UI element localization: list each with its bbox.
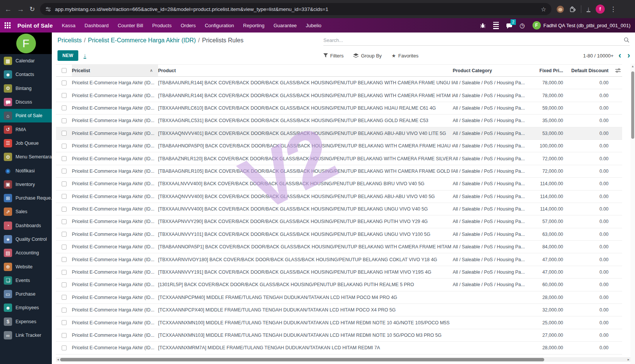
queue-list-icon[interactable] xyxy=(493,22,499,29)
table-row[interactable]: Pricelist E-Commerce Harga Akhir (ID...[… xyxy=(56,266,622,279)
sidebar-item-purchase-requisition[interactable]: ⊞Purchase Reque... xyxy=(0,191,52,205)
row-checkbox[interactable] xyxy=(56,295,72,300)
scroll-right-icon[interactable]: ▸ xyxy=(626,358,630,361)
extension-monkey-icon[interactable] xyxy=(557,6,564,13)
search-input[interactable] xyxy=(323,37,624,43)
table-row[interactable]: Pricelist E-Commerce Harga Akhir (ID...[… xyxy=(56,253,622,266)
appbar-menu-jubelio[interactable]: Jubelio xyxy=(306,23,321,28)
search-bar[interactable] xyxy=(323,37,630,46)
column-header-product[interactable]: Product xyxy=(158,68,453,73)
browser-forward-icon[interactable]: → xyxy=(17,6,24,13)
browser-reload-icon[interactable]: ↻ xyxy=(29,6,35,12)
site-info-icon[interactable] xyxy=(45,6,51,12)
row-checkbox[interactable] xyxy=(56,282,72,287)
row-checkbox[interactable] xyxy=(56,118,72,123)
row-checkbox[interactable] xyxy=(56,257,72,262)
pager-previous-icon[interactable]: ‹ xyxy=(617,53,622,59)
sidebar-item-notifikasi[interactable]: ◉Notifikasi xyxy=(0,164,52,177)
appbar-menu-counter-bill[interactable]: Counter Bill xyxy=(118,23,143,28)
table-row[interactable]: Pricelist E-Commerce Harga Akhir (ID...[… xyxy=(56,102,622,115)
appbar-menu-reporting[interactable]: Reporting xyxy=(243,23,264,28)
table-row[interactable]: Pricelist E-Commerce Harga Akhir (ID...[… xyxy=(56,316,622,329)
scroll-up-icon[interactable]: ▲ xyxy=(631,64,634,69)
vertical-scrollbar-thumb[interactable] xyxy=(631,71,634,139)
row-checkbox[interactable] xyxy=(56,320,72,325)
browser-profile-avatar[interactable]: f xyxy=(596,5,605,14)
sidebar-item-menu-sementara[interactable]: ⚙Menu Sementara xyxy=(0,150,52,164)
table-row[interactable]: Pricelist E-Commerce Harga Akhir (ID...[… xyxy=(56,152,622,165)
horizontal-scrollbar-thumb[interactable] xyxy=(60,358,544,361)
sidebar-item-inventory[interactable]: ▣Inventory xyxy=(0,178,52,191)
select-all-checkbox[interactable] xyxy=(56,68,72,73)
table-row[interactable]: Pricelist E-Commerce Harga Akhir (ID...[… xyxy=(56,77,622,89)
sidebar-item-job-queue[interactable]: ☰Job Queue xyxy=(0,136,52,150)
sidebar-item-contacts[interactable]: ☻Contacts xyxy=(0,68,52,81)
table-row[interactable]: Pricelist E-Commerce Harga Akhir (ID...[… xyxy=(56,140,622,152)
export-icon[interactable]: ↓ xyxy=(84,53,86,59)
sidebar-item-purchase[interactable]: ▭Purchase xyxy=(0,287,52,301)
vertical-scrollbar[interactable]: ▲ xyxy=(630,64,635,364)
table-row[interactable]: Pricelist E-Commerce Harga Akhir (ID...[… xyxy=(56,279,622,291)
table-row[interactable]: Pricelist E-Commerce Harga Akhir (ID...[… xyxy=(56,127,622,140)
table-row[interactable]: Pricelist E-Commerce Harga Akhir (ID...[… xyxy=(56,291,622,304)
table-row[interactable]: Pricelist E-Commerce Harga Akhir (ID...[… xyxy=(56,191,622,203)
sidebar-item-dashboards[interactable]: ◔Dashboards xyxy=(0,219,52,232)
new-button[interactable]: NEW xyxy=(57,50,78,61)
column-header-fixed-price[interactable]: Fixed Pri... xyxy=(528,68,563,73)
extensions-puzzle-icon[interactable] xyxy=(569,6,576,12)
table-row[interactable]: Pricelist E-Commerce Harga Akhir (ID...[… xyxy=(56,178,622,190)
row-checkbox[interactable] xyxy=(56,194,72,199)
row-checkbox[interactable] xyxy=(56,144,72,149)
sidebar-item-website[interactable]: ⊕Website xyxy=(0,260,52,273)
appbar-menu-kassa[interactable]: Kassa xyxy=(62,23,75,28)
apps-grid-icon[interactable] xyxy=(5,22,11,28)
app-title[interactable]: Point of Sale xyxy=(17,22,53,29)
sidebar-item-bintang[interactable]: ⚙Bintang xyxy=(0,82,52,95)
table-row[interactable]: Pricelist E-Commerce Harga Akhir (ID...[… xyxy=(56,203,622,215)
table-row[interactable]: Pricelist E-Commerce Harga Akhir (ID...[… xyxy=(56,241,622,253)
filters-button[interactable]: Filters xyxy=(323,53,343,59)
sidebar-item-employees[interactable]: ☻Employees xyxy=(0,301,52,314)
activities-clock-icon[interactable]: ◷ xyxy=(520,22,525,29)
bug-icon[interactable] xyxy=(480,23,486,28)
scroll-left-icon[interactable]: ◂ xyxy=(56,358,60,361)
table-row[interactable]: Pricelist E-Commerce Harga Akhir (ID...[… xyxy=(56,215,622,228)
table-row[interactable]: Pricelist E-Commerce Harga Akhir (ID...[… xyxy=(56,342,622,354)
bookmark-star-icon[interactable]: ☆ xyxy=(541,6,546,13)
appbar-menu-orders[interactable]: Orders xyxy=(181,23,196,28)
row-checkbox[interactable] xyxy=(56,345,72,350)
column-header-default-discount[interactable]: Default Discount xyxy=(563,68,609,73)
sidebar-item-discuss[interactable]: Discuss xyxy=(0,95,52,109)
table-row[interactable]: Pricelist E-Commerce Harga Akhir (ID...[… xyxy=(56,228,622,241)
sidebar-item-link-tracker[interactable]: ∞Link Tracker xyxy=(0,328,52,342)
table-row[interactable]: Pricelist E-Commerce Harga Akhir (ID...[… xyxy=(56,89,622,102)
column-header-pricelist[interactable]: Pricelist ∧ xyxy=(72,65,158,76)
sidebar-item-quality-control[interactable]: ★Quality Control xyxy=(0,232,52,246)
browser-menu-icon[interactable]: ⋮ xyxy=(610,5,616,13)
column-header-product-category[interactable]: Product Category xyxy=(453,68,528,73)
table-row[interactable]: Pricelist E-Commerce Harga Akhir (ID...[… xyxy=(56,115,622,127)
address-bar[interactable]: app.mybintang.co.id/web/#action=665&acti… xyxy=(40,3,551,15)
row-checkbox[interactable] xyxy=(56,105,72,110)
row-checkbox[interactable] xyxy=(56,169,72,173)
breadcrumb-pricelists[interactable]: Pricelists xyxy=(57,37,82,43)
sidebar-item-events[interactable]: ❏Events xyxy=(0,274,52,287)
group-by-button[interactable]: Group By xyxy=(353,53,382,59)
messages-icon[interactable]: 2 xyxy=(506,22,512,29)
table-row[interactable]: Pricelist E-Commerce Harga Akhir (ID...[… xyxy=(56,304,622,316)
row-checkbox[interactable] xyxy=(56,81,72,85)
row-checkbox[interactable] xyxy=(56,131,72,136)
table-row[interactable]: Pricelist E-Commerce Harga Akhir (ID...[… xyxy=(56,165,622,178)
row-checkbox[interactable] xyxy=(56,333,72,338)
row-checkbox[interactable] xyxy=(56,156,72,161)
sidebar-item-calendar[interactable]: ▦Calendar xyxy=(0,54,52,68)
sidebar-item-accounting[interactable]: ▤Accounting xyxy=(0,246,52,260)
favorites-button[interactable]: ★ Favorites xyxy=(391,53,418,59)
row-checkbox[interactable] xyxy=(56,93,72,98)
optional-columns-icon[interactable] xyxy=(609,68,622,73)
pager-next-icon[interactable]: › xyxy=(626,53,631,59)
search-icon[interactable] xyxy=(624,37,630,43)
row-checkbox[interactable] xyxy=(56,245,72,249)
appbar-menu-guarantee[interactable]: Guarantee xyxy=(273,23,297,28)
user-menu[interactable]: F Fadhil QA Test (db_ptbi_prod_001_001) xyxy=(533,21,630,29)
